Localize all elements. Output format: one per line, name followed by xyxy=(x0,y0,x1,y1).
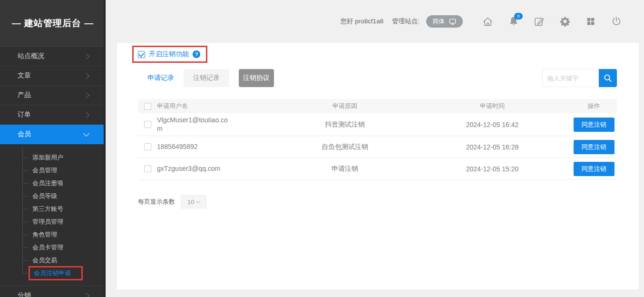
chevron-icon xyxy=(83,112,89,118)
sidebar-item-label: 订单 xyxy=(18,110,31,119)
language-label: 简体 xyxy=(432,17,445,26)
sidebar-subitem-label: 管理员管理 xyxy=(32,218,63,226)
sidebar-scrollbar[interactable] xyxy=(104,0,106,297)
sidebar-item-label: 文章 xyxy=(18,71,31,80)
monitor-icon xyxy=(449,18,457,26)
sidebar-item[interactable]: 会员 xyxy=(0,125,104,144)
compose-icon[interactable] xyxy=(533,16,545,28)
user-greeting: 您好 pro8cf1a8 xyxy=(340,17,383,26)
tab-bar: 申请记录 注销记录 注销协议 xyxy=(138,69,617,87)
sidebar-item-distribution[interactable]: 分销 xyxy=(0,286,104,297)
sidebar-subitem-label: 添加新用户 xyxy=(32,153,63,162)
sidebar-subitem-label: 会员管理 xyxy=(32,166,57,175)
tab[interactable]: 申请记录 xyxy=(138,69,184,87)
sidebar-subitem-label: 第三方账号 xyxy=(32,205,63,213)
col-action: 操作 xyxy=(571,102,617,110)
manage-site-label: 管理站点: xyxy=(392,17,420,26)
sidebar-subitem-label: 会员注册项 xyxy=(32,179,63,188)
sidebar-item[interactable]: 站点概况 xyxy=(0,47,104,66)
bell-icon[interactable]: 0 xyxy=(507,16,519,28)
sidebar-subitem[interactable]: 添加新用户 xyxy=(0,151,106,164)
approve-logout-button[interactable]: 同意注销 xyxy=(574,118,615,132)
row-checkbox[interactable] xyxy=(144,165,151,172)
tab[interactable]: 注销协议 xyxy=(239,69,274,87)
search-icon xyxy=(603,73,613,83)
sidebar-subitem[interactable]: 会员管理 xyxy=(0,164,106,177)
select-all-checkbox[interactable] xyxy=(144,103,151,110)
power-icon[interactable] xyxy=(610,16,622,28)
cell-reason: 申请注销 xyxy=(276,165,414,173)
cell-username: VlgcMuser1@toutiao.com xyxy=(157,116,276,133)
pagination: 每页显示条数 10 xyxy=(138,195,617,208)
chevron-icon xyxy=(83,73,89,79)
sidebar-item[interactable]: 文章 xyxy=(0,66,104,86)
cell-time: 2024-12-05 16:28 xyxy=(414,143,571,151)
sidebar-subitem[interactable]: 第三方账号 xyxy=(0,202,106,215)
content-card: 开启注销功能 ? 申请记录 注销记录 注销协议 xyxy=(117,43,639,289)
sidebar-subitem[interactable]: 会员卡管理 xyxy=(0,241,106,254)
sidebar-subitem[interactable]: 角色管理 xyxy=(0,228,106,241)
logout-enabled-checkbox[interactable] xyxy=(138,51,145,58)
sidebar-subitem-label: 会员交易 xyxy=(32,256,57,265)
sidebar-item[interactable]: 产品 xyxy=(0,86,104,105)
sidebar-subitem[interactable]: 会员注销申请 xyxy=(0,267,106,279)
sidebar-menu: 站点概况 文章 产品 订单 会员 xyxy=(0,47,106,144)
cell-reason: 自负包测试注销 xyxy=(276,143,414,151)
sidebar-subitem[interactable]: 会员注册项 xyxy=(0,177,106,189)
table-row: VlgcMuser1@toutiao.com 抖音测试注销 2024-12-05… xyxy=(138,113,617,136)
cell-username: 18856495892 xyxy=(157,143,276,151)
col-time: 申请时间 xyxy=(414,102,571,110)
search-box xyxy=(542,69,617,87)
notification-badge: 0 xyxy=(514,13,523,20)
topbar: 您好 pro8cf1a8 管理站点: 简体 xyxy=(106,0,644,43)
language-site-button[interactable]: 简体 xyxy=(426,15,463,28)
cell-username: gxTzguser3@qq.com xyxy=(157,165,276,173)
col-username: 申请用户名 xyxy=(157,102,276,110)
chevron-icon xyxy=(83,130,89,137)
sidebar: — 建站管理后台 — 站点概况 文章 产品 订单 xyxy=(0,0,106,297)
chevron-down-icon xyxy=(196,199,201,204)
tab-label: 注销记录 xyxy=(193,74,220,82)
col-reason: 申请原因 xyxy=(276,102,414,110)
row-checkbox[interactable] xyxy=(144,121,151,128)
chevron-icon xyxy=(83,92,89,99)
sidebar-item[interactable]: 订单 xyxy=(0,105,104,125)
approve-logout-button[interactable]: 同意注销 xyxy=(574,140,615,154)
sidebar-subitem[interactable]: 管理员管理 xyxy=(0,215,106,228)
logout-toggle-label: 开启注销功能 xyxy=(149,50,189,59)
table-header-row: 申请用户名 申请原因 申请时间 操作 xyxy=(138,99,617,113)
sidebar-subitem[interactable]: 会员交易 xyxy=(0,254,106,267)
sidebar-item-label: 会员 xyxy=(18,130,31,139)
sidebar-item-label: 站点概况 xyxy=(18,52,44,60)
chevron-icon xyxy=(83,53,89,59)
search-button[interactable] xyxy=(599,69,617,87)
table-row: 18856495892 自负包测试注销 2024-12-05 16:28 同意注… xyxy=(138,136,617,158)
cell-reason: 抖音测试注销 xyxy=(276,120,414,129)
sidebar-subitem-label: 会员注销申请 xyxy=(29,266,83,280)
apps-grid-icon[interactable] xyxy=(585,16,596,28)
approve-logout-button[interactable]: 同意注销 xyxy=(574,162,615,176)
tab[interactable]: 注销记录 xyxy=(184,69,229,87)
logout-toggle-highlight: 开启注销功能 ? xyxy=(132,46,207,63)
sidebar-subitem[interactable]: 会员等级 xyxy=(0,189,106,202)
app-logo: — 建站管理后台 — xyxy=(0,0,106,47)
search-input[interactable] xyxy=(542,69,599,87)
page-size-select[interactable]: 10 xyxy=(181,195,206,208)
sidebar-submenu: 添加新用户 会员管理 会员注册项 会员等级 第三方账号 xyxy=(0,144,106,286)
sidebar-subitem-label: 角色管理 xyxy=(32,230,57,239)
home-icon[interactable] xyxy=(482,16,494,28)
tab-label: 申请记录 xyxy=(147,74,174,82)
admin-console: — 建站管理后台 — 站点概况 文章 产品 订单 xyxy=(0,0,644,297)
applications-table: 申请用户名 申请原因 申请时间 操作 VlgcMuser1@toutiao.co… xyxy=(138,99,617,180)
help-icon[interactable]: ? xyxy=(193,50,200,58)
gear-icon[interactable] xyxy=(559,16,571,28)
cell-time: 2024-12-05 16:42 xyxy=(414,121,571,129)
page-size-label: 每页显示条数 xyxy=(138,198,175,206)
tab-label: 注销协议 xyxy=(243,74,270,82)
table-row: gxTzguser3@qq.com 申请注销 2024-12-05 15:20 … xyxy=(138,158,617,180)
sidebar-item-label: 分销 xyxy=(18,291,31,297)
sidebar-subitem-label: 会员卡管理 xyxy=(32,243,63,252)
chevron-right-icon xyxy=(83,293,89,297)
sidebar-subitem-label: 会员等级 xyxy=(32,192,57,200)
row-checkbox[interactable] xyxy=(144,143,151,150)
